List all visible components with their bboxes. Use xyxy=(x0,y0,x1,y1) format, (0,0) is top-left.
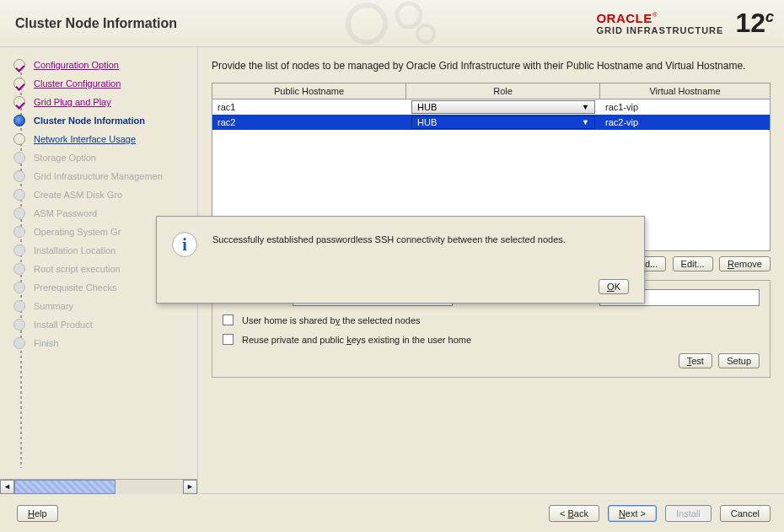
table-header: Public Hostname Role Virtual Hostname xyxy=(212,83,770,99)
ssh-panel-buttons: Test Setup xyxy=(223,353,760,368)
step-create-asm-disk-group: Create ASM Disk Gro xyxy=(0,185,197,204)
instruction-text: Provide the list of nodes to be managed … xyxy=(212,59,771,73)
shared-home-row: User home is shared by the selected node… xyxy=(223,314,760,325)
test-button[interactable]: Test xyxy=(679,353,712,368)
oracle-logo: ORACLE® GRID INFRASTRUCTURE 12c xyxy=(596,8,774,39)
step-dot-icon xyxy=(13,115,25,126)
col-header-virtual[interactable]: Virtual Hostname xyxy=(600,83,770,99)
step-network-interface-usage[interactable]: Network Interface Usage xyxy=(0,130,197,148)
step-finish: Finish xyxy=(0,334,197,352)
step-dot-icon xyxy=(13,170,25,182)
cell-virtual-hostname: rac2-vip xyxy=(600,116,770,128)
reuse-keys-label: Reuse private and public keys existing i… xyxy=(242,335,471,345)
table-row[interactable]: rac1 HUB▼ rac1-vip xyxy=(212,99,770,115)
step-dot-icon xyxy=(13,319,25,330)
step-configuration-option[interactable]: Configuration Option xyxy=(0,56,197,74)
step-dot-icon xyxy=(13,189,25,201)
svg-point-2 xyxy=(417,25,434,42)
scroll-thumb[interactable] xyxy=(14,480,115,494)
step-dot-icon xyxy=(13,337,25,349)
registered-icon: ® xyxy=(652,11,658,19)
page-title: Cluster Node Information xyxy=(15,16,177,31)
decorative-gears xyxy=(316,0,468,46)
step-install-product: Install Product xyxy=(0,315,197,334)
step-grid-infra-management: Grid Infrastructure Managemen xyxy=(0,167,197,185)
ok-button[interactable]: OK xyxy=(599,279,629,294)
step-dot-icon xyxy=(13,245,25,256)
step-cluster-node-information[interactable]: Cluster Node Information xyxy=(0,111,197,130)
cell-role[interactable]: HUB▼ xyxy=(406,99,600,115)
cell-public-hostname: rac2 xyxy=(212,116,406,128)
step-dot-icon xyxy=(13,282,25,293)
step-storage-option: Storage Option xyxy=(0,148,197,167)
install-button: Install xyxy=(665,505,712,522)
col-header-role[interactable]: Role xyxy=(406,83,600,99)
shared-home-checkbox[interactable] xyxy=(223,314,234,325)
step-dot-icon xyxy=(13,207,25,219)
step-grid-plug-and-play[interactable]: Grid Plug and Play xyxy=(0,93,197,111)
ssh-success-dialog: i Successfully established passwordless … xyxy=(156,216,645,304)
step-dot-icon xyxy=(13,96,25,108)
scroll-right-icon[interactable]: ► xyxy=(183,480,197,494)
chevron-down-icon[interactable]: ▼ xyxy=(582,103,589,111)
chevron-down-icon[interactable]: ▼ xyxy=(582,118,589,126)
role-value: HUB xyxy=(417,102,437,112)
setup-button[interactable]: Setup xyxy=(718,353,760,368)
step-dot-icon xyxy=(13,263,25,275)
sidebar-scrollbar[interactable]: ◄ ► xyxy=(0,479,197,493)
cell-public-hostname: rac1 xyxy=(212,101,406,113)
reuse-keys-row: Reuse private and public keys existing i… xyxy=(223,334,760,345)
edit-button[interactable]: Edit... xyxy=(673,256,713,271)
dialog-message: Successfully established passwordless SS… xyxy=(212,232,566,246)
role-value: HUB xyxy=(417,117,437,127)
scroll-track[interactable] xyxy=(14,480,183,494)
brand-version: 12c xyxy=(735,8,774,39)
shared-home-label: User home is shared by the selected node… xyxy=(242,315,421,325)
svg-point-0 xyxy=(348,5,385,42)
info-icon: i xyxy=(172,232,197,257)
help-button[interactable]: Help xyxy=(17,505,58,522)
cancel-button[interactable]: Cancel xyxy=(720,505,771,522)
header: Cluster Node Information ORACLE® GRID IN… xyxy=(0,0,784,46)
brand-oracle: ORACLE xyxy=(596,11,652,25)
svg-point-1 xyxy=(397,3,421,27)
next-button[interactable]: Next > xyxy=(608,505,657,522)
brand-sub: GRID INFRASTRUCTURE xyxy=(596,25,723,35)
step-dot-icon xyxy=(13,133,25,145)
step-dot-icon xyxy=(13,300,25,312)
cell-virtual-hostname: rac1-vip xyxy=(600,101,770,113)
col-header-public[interactable]: Public Hostname xyxy=(212,83,406,99)
back-button[interactable]: < Back xyxy=(549,505,599,522)
table-row[interactable]: rac2 HUB▼ rac2-vip xyxy=(212,115,770,130)
cell-role[interactable]: HUB▼ xyxy=(406,115,600,130)
reuse-keys-checkbox[interactable] xyxy=(223,334,234,345)
step-dot-icon xyxy=(13,152,25,164)
step-dot-icon xyxy=(13,226,25,238)
remove-button[interactable]: Remove xyxy=(719,256,771,271)
step-dot-icon xyxy=(13,78,25,89)
scroll-left-icon[interactable]: ◄ xyxy=(0,480,14,494)
step-cluster-configuration[interactable]: Cluster Configuration xyxy=(0,74,197,93)
step-dot-icon xyxy=(13,59,25,71)
footer: Help < Back Next > Install Cancel xyxy=(0,493,784,532)
